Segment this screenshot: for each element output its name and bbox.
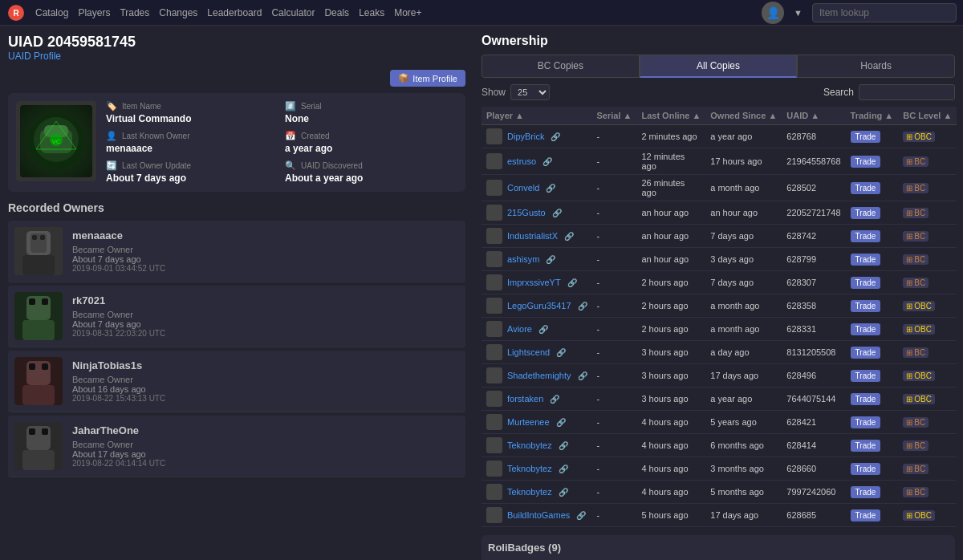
player-avatar: [486, 205, 502, 221]
tab-hoards[interactable]: Hoards: [797, 55, 955, 78]
player-name[interactable]: Conveld: [507, 183, 539, 193]
trading-cell: Trade: [846, 457, 899, 481]
trade-button[interactable]: Trade: [851, 370, 881, 382]
item-profile-button[interactable]: 📦 Item Profile: [390, 70, 465, 87]
nav-deals[interactable]: Deals: [324, 7, 349, 18]
last-online-cell: 4 hours ago: [636, 411, 705, 434]
last-online-cell: 4 hours ago: [636, 457, 705, 481]
player-name[interactable]: BuildIntoGames: [507, 510, 570, 520]
trade-button[interactable]: Trade: [851, 440, 881, 452]
owned-since-cell: 5 months ago: [705, 481, 782, 504]
table-search-input[interactable]: [859, 84, 955, 100]
player-name[interactable]: Teknobytez: [507, 487, 552, 497]
trading-cell: Trade: [846, 148, 899, 175]
trade-button[interactable]: Trade: [851, 207, 881, 219]
nav-trades[interactable]: Trades: [120, 7, 149, 18]
uaid-cell: 628799: [782, 248, 845, 271]
owner-became-3: Became Owner: [72, 440, 459, 449]
trade-button[interactable]: Trade: [851, 323, 881, 335]
table-row: ashisym 🔗 - an hour ago 3 days ago 62879…: [482, 248, 957, 271]
owner-name-0[interactable]: menaaace: [72, 229, 459, 241]
user-avatar-icon[interactable]: 👤: [762, 2, 784, 24]
trade-button[interactable]: Trade: [851, 347, 881, 359]
nav-catalog[interactable]: Catalog: [35, 7, 68, 18]
serial-cell: -: [592, 248, 637, 271]
trade-button[interactable]: Trade: [851, 277, 881, 289]
trading-cell: Trade: [846, 481, 899, 504]
svg-rect-28: [29, 428, 35, 435]
link-icon: 🔗: [559, 488, 568, 497]
table-header[interactable]: Trading ▲: [846, 107, 899, 125]
owner-name-3[interactable]: JaharTheOne: [72, 424, 459, 436]
player-name[interactable]: Teknobytez: [507, 440, 552, 450]
search-input[interactable]: [812, 3, 957, 22]
link-icon: 🔗: [559, 465, 568, 473]
trading-cell: Trade: [846, 125, 899, 148]
player-name[interactable]: ImprxssiveYT: [507, 278, 561, 287]
trade-button[interactable]: Trade: [851, 131, 881, 143]
owner-name-1[interactable]: rk7021: [72, 294, 459, 306]
show-select[interactable]: 2550100: [510, 84, 550, 100]
tab-all-copies[interactable]: All Copies: [640, 55, 798, 78]
uid-subtitle[interactable]: UAID Profile: [8, 51, 465, 62]
serial-cell: -: [592, 175, 637, 201]
player-name[interactable]: IndustrialistX: [507, 231, 558, 241]
player-name[interactable]: estruso: [507, 156, 536, 166]
nav-more[interactable]: More+: [394, 7, 421, 18]
player-name[interactable]: Murteenee: [507, 417, 550, 427]
player-name[interactable]: ashisym: [507, 254, 539, 264]
trade-button[interactable]: Trade: [851, 254, 881, 266]
trade-button[interactable]: Trade: [851, 393, 881, 405]
player-name[interactable]: forstaken: [507, 394, 543, 404]
player-name[interactable]: 215Gusto: [507, 208, 546, 217]
player-name[interactable]: Teknobytez: [507, 464, 552, 473]
last-online-cell: an hour ago: [636, 201, 705, 225]
player-name[interactable]: Lightscend: [507, 347, 550, 357]
trade-button[interactable]: Trade: [851, 463, 881, 475]
trade-button[interactable]: Trade: [851, 156, 881, 168]
table-header[interactable]: Serial ▲: [592, 107, 637, 125]
owned-since-cell: 3 months ago: [705, 457, 782, 481]
nav-leaderboard[interactable]: Leaderboard: [207, 7, 262, 18]
trading-cell: Trade: [846, 271, 899, 294]
player-name[interactable]: DipyBrick: [507, 132, 544, 141]
item-card: VC 🏷️ Item Name Virtual Commando #️⃣ Ser…: [8, 93, 465, 192]
owner-avatar-2: [14, 357, 63, 405]
owner-name-2[interactable]: NinjaTobias1s: [72, 359, 459, 371]
last-online-cell: 5 hours ago: [636, 504, 705, 527]
svg-rect-17: [22, 320, 55, 340]
player-name[interactable]: Aviore: [507, 324, 532, 334]
table-row: forstaken 🔗 - 3 hours ago a year ago 764…: [482, 388, 957, 411]
uaid-cell: 7644075144: [782, 388, 845, 411]
trade-button[interactable]: Trade: [851, 486, 881, 498]
owner-time-3: About 17 days ago: [72, 449, 459, 459]
trade-button[interactable]: Trade: [851, 416, 881, 428]
bc-badge: ⊞ OBC: [903, 510, 935, 521]
nav-leaks[interactable]: Leaks: [359, 7, 384, 18]
nav-changes[interactable]: Changes: [159, 7, 197, 18]
ownership-table: Player ▲Serial ▲Last Online ▲Owned Since…: [482, 107, 957, 527]
bc-level-cell: ⊞ OBC: [898, 318, 957, 341]
serial-cell: -: [592, 294, 637, 318]
link-icon: 🔗: [576, 511, 586, 520]
table-header[interactable]: BC Level ▲: [898, 107, 957, 125]
table-header[interactable]: Owned Since ▲: [705, 107, 782, 125]
table-row: 215Gusto 🔗 - an hour ago an hour ago 220…: [482, 201, 957, 225]
table-header[interactable]: Player ▲: [482, 107, 592, 125]
table-header[interactable]: UAID ▲: [782, 107, 845, 125]
tab-bc-copies[interactable]: BC Copies: [482, 55, 640, 78]
trade-button[interactable]: Trade: [851, 509, 881, 521]
trade-button[interactable]: Trade: [851, 230, 881, 242]
trade-button[interactable]: Trade: [851, 300, 881, 312]
table-header[interactable]: Last Online ▲: [636, 107, 705, 125]
nav-calculator[interactable]: Calculator: [271, 7, 315, 18]
nav-players[interactable]: Players: [78, 7, 110, 18]
svg-rect-19: [42, 298, 48, 305]
trade-button[interactable]: Trade: [851, 182, 881, 194]
owner-avatar-3: [14, 422, 63, 470]
owned-since-cell: a year ago: [705, 388, 782, 411]
user-dropdown-icon[interactable]: ▼: [794, 8, 802, 18]
player-name[interactable]: Shadethemighty: [507, 371, 571, 380]
table-controls: Show 2550100 Search: [482, 84, 955, 100]
player-name[interactable]: LegoGuru35417: [507, 301, 571, 310]
